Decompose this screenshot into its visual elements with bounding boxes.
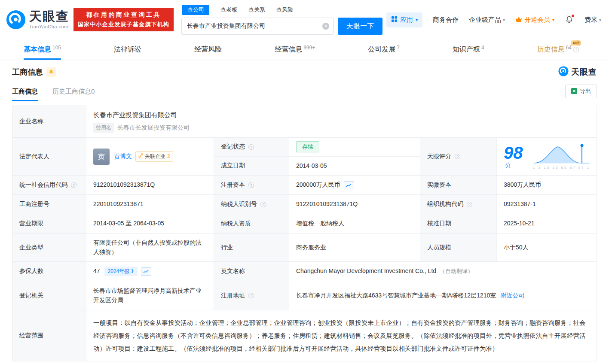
legal-rep-name[interactable]: 贡博文 — [114, 152, 132, 161]
company-section-tabs: 基本信息 105 法律诉讼 经营风险 经营信息 999+ 公司发展 7 知识产权… — [0, 39, 609, 60]
reg-capital-label: 注册资本 ? — [214, 176, 289, 194]
clear-icon[interactable]: ✕ — [322, 23, 329, 30]
org-code-label: 组织机构代码 ? — [420, 195, 497, 214]
term-value: 2014-03-05 至 2064-03-05 — [86, 214, 214, 233]
tab-legal-proceedings[interactable]: 法律诉讼 — [114, 39, 141, 60]
tab-intellectual-property[interactable]: 知识产权 4 — [453, 39, 484, 60]
section-header: 工商信息 天眼查 — [12, 66, 597, 78]
row-business-scope: 经营范围 一般项目：以自有资金从事投资活动；企业管理；企业总部管理；企业管理咨询… — [12, 310, 597, 361]
search-area: 查公司 查老板 查关系 查风险 ✕ 天眼一下 — [181, 5, 383, 35]
related-companies-badge[interactable]: 关联企业 2 — [135, 151, 173, 162]
tax-quality-value: 增值税一般纳税人 — [289, 214, 420, 233]
industry-value: 商务服务业 — [289, 234, 420, 261]
tab-count: 4 — [481, 45, 484, 51]
nav-enterprise-products[interactable]: 企业级产品 ▾ — [469, 16, 505, 24]
brand-domain: TianYanCha.com — [29, 24, 69, 29]
status-founded-subgrid: 登记状态 ? 存续 成立日期 2014-03-05 — [214, 138, 420, 175]
subscribe-bell-icon[interactable] — [46, 67, 56, 77]
help-icon[interactable]: ? — [248, 144, 254, 150]
apps-grid-icon — [391, 16, 398, 24]
tab-label: 经营信息 — [275, 45, 302, 54]
row-registration-number: 工商注册号 220101092313871 纳税人识别号 ? 912201010… — [12, 195, 597, 214]
company-name: 长春市产业投资集团有限公司 — [93, 110, 177, 120]
nav-cooperation[interactable]: 商务合作 — [433, 16, 459, 24]
notification-dot — [572, 15, 574, 17]
help-icon[interactable]: ? — [573, 47, 579, 52]
authority-value: 长春市市场监督管理局净月高新技术产业开发区分局 — [86, 281, 214, 310]
help-icon[interactable]: ? — [467, 202, 472, 207]
tab-count: 999+ — [303, 45, 315, 51]
nearby-companies-link[interactable]: 附近公司 — [500, 291, 524, 300]
tab-history-info[interactable]: VIP 历史信息 64 ? — [537, 39, 579, 60]
subtab-history-business-info[interactable]: 历史工商信息0 — [52, 82, 95, 101]
vip-label: 开通会员 — [524, 16, 550, 24]
tax-id-value: 91220101092313871Q — [289, 195, 420, 214]
top-nav: 应用 ▾ 商务合作 企业级产品 ▾ 开通会员 ▾ 费米 ▾ — [386, 12, 601, 27]
tab-label: 公司发展 — [368, 45, 395, 54]
staff-size-label: 人员规模 — [420, 234, 497, 261]
search-button[interactable]: 天眼一下 — [338, 18, 383, 35]
search-tab-risk[interactable]: 查风险 — [276, 5, 293, 15]
chevron-down-icon: ▾ — [599, 18, 601, 22]
help-icon[interactable]: ? — [260, 202, 266, 207]
business-info-table: 企业名称 长春市产业投资集团有限公司 曾用名 长春市长发展投资有限公司 法定代表… — [12, 105, 597, 361]
search-input-wrap: ✕ — [181, 18, 334, 35]
row-business-term: 营业期限 2014-03-05 至 2064-03-05 纳税人资质 增值税一般… — [12, 214, 597, 234]
company-type-value: 有限责任公司（非自然人投资或控股的法人独资） — [86, 234, 214, 261]
row-legal-representative: 法定代表人 贡 贡博文 关联企业 2 登记状态 ? 存续 — [12, 138, 597, 176]
scope-value: 一般项目：以自有资金从事投资活动；企业管理；企业总部管理；企业管理咨询；创业投资… — [86, 310, 597, 361]
chevron-down-icon: ▾ — [552, 18, 554, 22]
score-value: 98分 — [504, 144, 526, 169]
apps-menu[interactable]: 应用 ▾ — [386, 12, 422, 27]
help-icon[interactable]: ? — [248, 293, 254, 298]
nav-open-vip[interactable]: 开通会员 ▾ — [515, 16, 554, 24]
search-tab-company[interactable]: 查公司 — [182, 5, 209, 15]
legal-rep-avatar[interactable]: 贡 — [93, 149, 110, 165]
score-number: 98 — [504, 143, 523, 162]
capital-trend-chart-icon[interactable] — [344, 181, 354, 189]
annual-report-badge[interactable]: 2024年报 ❯ — [104, 267, 138, 276]
tianyancha-logo[interactable]: 天眼查 TianYanCha.com — [6, 10, 69, 30]
tab-company-development[interactable]: 公司发展 7 — [368, 39, 400, 60]
tax-id-label: 纳税人识别号 ? — [214, 195, 289, 214]
banner-line-1: 都在用的商业查询工具 — [78, 11, 169, 19]
help-icon[interactable]: ? — [248, 182, 254, 188]
reg-no-value: 220101092313871 — [86, 195, 214, 214]
username: 费米 — [585, 16, 597, 24]
help-icon[interactable]: ? — [455, 154, 460, 159]
notification-bell-icon[interactable] — [565, 15, 574, 24]
crown-icon — [515, 16, 522, 24]
tab-operating-info[interactable]: 经营信息 999+ — [275, 39, 315, 60]
term-label: 营业期限 — [12, 214, 86, 233]
tianyancha-logo-icon — [558, 66, 569, 78]
english-name: Changchun Mayor Development Investment C… — [296, 267, 436, 276]
tab-label: 历史信息 — [537, 45, 565, 54]
insured-label: 参保人数 — [12, 262, 86, 281]
search-tab-boss[interactable]: 查老板 — [220, 5, 237, 15]
section-watermark-logo: 天眼查 — [558, 66, 597, 78]
legal-rep-cell: 贡 贡博文 关联企业 2 — [86, 138, 214, 175]
subtab-business-info[interactable]: 工商信息 — [12, 82, 38, 101]
help-icon[interactable]: ? — [71, 182, 77, 188]
industry-label: 行业 — [214, 234, 289, 261]
approved-date-label: 核准日期 — [420, 214, 497, 233]
related-companies-count: 2 — [167, 152, 170, 161]
tianyancha-logo-icon — [6, 10, 26, 30]
tab-operating-risk[interactable]: 经营风险 — [194, 39, 222, 60]
insured-trend-chart-icon[interactable] — [141, 267, 151, 276]
org-code-value: 09231387-1 — [497, 195, 597, 214]
address-label: 注册地址 ? — [214, 281, 289, 310]
row-insured-staff: 参保人数 47 2024年报 ❯ 英文名称 Changchun Mayor De… — [12, 262, 597, 281]
export-button[interactable]: 导出 — [565, 85, 597, 98]
chevron-down-icon: ▾ — [503, 18, 505, 22]
tab-basic-info[interactable]: 基本信息 105 — [24, 39, 61, 60]
related-companies-icon — [138, 152, 143, 161]
user-menu[interactable]: 费米 ▾ — [585, 16, 601, 24]
company-name-cell: 长春市产业投资集团有限公司 曾用名 长春市长发展投资有限公司 — [86, 105, 597, 137]
legal-rep-label: 法定代表人 — [12, 138, 86, 175]
search-tab-relation[interactable]: 查关系 — [248, 5, 265, 15]
former-name: 长春市长发展投资有限公司 — [117, 123, 190, 133]
search-input[interactable] — [181, 18, 334, 35]
row-company-name: 企业名称 长春市产业投资集团有限公司 曾用名 长春市长发展投资有限公司 — [12, 105, 597, 138]
section-title: 工商信息 — [12, 67, 43, 77]
